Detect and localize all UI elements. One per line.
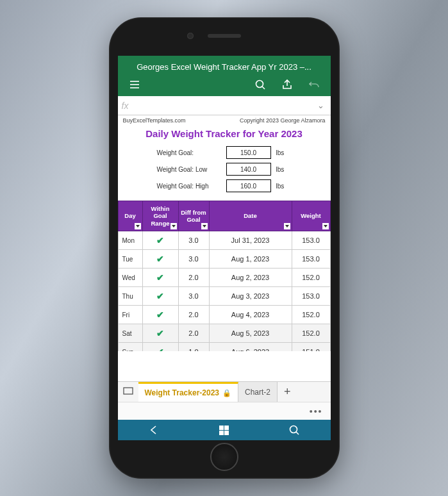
table-row[interactable]: Tue✔3.0Aug 1, 2023153.0 xyxy=(118,250,330,269)
table-row[interactable]: Wed✔2.0Aug 2, 2023152.0 xyxy=(118,269,330,287)
windows-icon[interactable] xyxy=(219,426,229,435)
table-row[interactable]: Sat✔2.0Aug 5, 2023152.0 xyxy=(118,324,330,343)
cell-weight[interactable]: 153.0 xyxy=(292,231,330,250)
svg-line-7 xyxy=(296,432,299,434)
expand-formula-icon[interactable]: ⌄ xyxy=(315,101,327,110)
goal-high-row: Weight Goal: High 160.0 lbs xyxy=(118,178,331,194)
cell-date[interactable]: Aug 2, 2023 xyxy=(209,269,292,287)
goal-low-value[interactable]: 140.0 xyxy=(226,163,271,176)
meta-row: BuyExcelTemplates.com Copyright 2023 Geo… xyxy=(118,115,331,126)
cell-date[interactable]: Aug 6, 2023 xyxy=(209,343,292,351)
cell-range[interactable]: ✔ xyxy=(142,269,178,287)
col-diff[interactable]: Diff from Goal xyxy=(178,201,209,231)
cell-weight[interactable]: 153.0 xyxy=(292,287,330,306)
filter-icon[interactable] xyxy=(284,223,290,229)
fx-label: fx xyxy=(122,101,137,111)
cell-weight[interactable]: 152.0 xyxy=(292,269,330,287)
tab-chart[interactable]: Chart-2 xyxy=(238,382,278,402)
formula-input[interactable] xyxy=(137,96,315,115)
cell-range[interactable]: ✔ xyxy=(142,250,178,269)
svg-rect-5 xyxy=(124,388,133,394)
new-sheet-button[interactable]: + xyxy=(278,385,297,399)
goal-value[interactable]: 150.0 xyxy=(226,146,271,159)
cell-day[interactable]: Sat xyxy=(118,324,142,343)
menu-icon[interactable] xyxy=(128,78,141,91)
col-date[interactable]: Date xyxy=(209,201,292,231)
cell-day[interactable]: Mon xyxy=(118,231,142,250)
cell-day[interactable]: Sun xyxy=(118,343,142,351)
svg-line-4 xyxy=(262,87,265,89)
table-row[interactable]: Sun✔1.0Aug 6, 2023151.0 xyxy=(118,343,330,351)
cell-range[interactable]: ✔ xyxy=(142,343,178,351)
tab-weight-tracker[interactable]: Weight Tracker-2023 🔒 xyxy=(138,382,239,402)
back-icon[interactable] xyxy=(147,424,160,436)
sheet-title: Daily Weight Tracker for Year 2023 xyxy=(118,126,331,144)
check-icon: ✔ xyxy=(156,235,164,245)
cell-diff[interactable]: 3.0 xyxy=(178,231,209,250)
cell-diff[interactable]: 3.0 xyxy=(178,287,209,306)
table-row[interactable]: Thu✔3.0Aug 3, 2023153.0 xyxy=(118,287,330,306)
cell-day[interactable]: Wed xyxy=(118,269,142,287)
goal-label: Weight Goal: xyxy=(157,149,221,156)
cell-diff[interactable]: 3.0 xyxy=(178,250,209,269)
cell-range[interactable]: ✔ xyxy=(142,306,178,324)
cell-day[interactable]: Thu xyxy=(118,287,142,306)
cell-day[interactable]: Tue xyxy=(118,250,142,269)
share-icon[interactable] xyxy=(281,78,294,91)
check-icon: ✔ xyxy=(156,347,164,351)
lock-icon: 🔒 xyxy=(222,389,231,397)
cell-date[interactable]: Aug 5, 2023 xyxy=(209,324,292,343)
cell-weight[interactable]: 153.0 xyxy=(292,250,330,269)
col-weight[interactable]: Weight xyxy=(292,201,330,231)
filter-icon[interactable] xyxy=(201,223,208,229)
check-icon: ✔ xyxy=(156,310,164,320)
filter-icon[interactable] xyxy=(135,223,141,229)
goal-high-value[interactable]: 160.0 xyxy=(226,179,271,192)
nav-search-icon[interactable] xyxy=(288,424,301,436)
more-icon[interactable]: ••• xyxy=(310,406,323,417)
worksheet[interactable]: BuyExcelTemplates.com Copyright 2023 Geo… xyxy=(118,115,331,351)
cell-diff[interactable]: 2.0 xyxy=(178,269,209,287)
goal-row: Weight Goal: 150.0 lbs xyxy=(118,144,331,161)
cell-weight[interactable]: 152.0 xyxy=(292,306,330,324)
table-row[interactable]: Fri✔2.0Aug 4, 2023152.0 xyxy=(118,306,330,324)
goal-low-label: Weight Goal: Low xyxy=(157,166,221,173)
cell-date[interactable]: Aug 3, 2023 xyxy=(209,287,292,306)
check-icon: ✔ xyxy=(156,328,164,338)
data-table: Day Within Goal Range Diff from Goal Dat… xyxy=(118,201,331,351)
cell-diff[interactable]: 1.0 xyxy=(178,343,209,351)
col-range[interactable]: Within Goal Range xyxy=(142,201,178,231)
svg-point-3 xyxy=(256,81,263,88)
col-day[interactable]: Day xyxy=(118,201,142,231)
filter-icon[interactable] xyxy=(322,223,329,229)
goal-unit: lbs xyxy=(276,149,292,156)
undo-icon[interactable] xyxy=(308,78,320,91)
formula-bar: fx ⌄ xyxy=(118,96,331,115)
copyright-label: Copyright 2023 George Alzamora xyxy=(240,117,326,124)
cell-diff[interactable]: 2.0 xyxy=(178,324,209,343)
cell-range[interactable]: ✔ xyxy=(142,231,178,250)
cell-date[interactable]: Jul 31, 2023 xyxy=(209,231,292,250)
tab-label: Chart-2 xyxy=(245,388,270,397)
cell-date[interactable]: Aug 4, 2023 xyxy=(209,306,292,324)
goal-low-row: Weight Goal: Low 140.0 lbs xyxy=(118,161,331,178)
cell-day[interactable]: Fri xyxy=(118,306,142,324)
cell-weight[interactable]: 152.0 xyxy=(292,324,330,343)
cell-diff[interactable]: 2.0 xyxy=(178,306,209,324)
search-icon[interactable] xyxy=(254,78,267,91)
check-icon: ✔ xyxy=(156,272,164,283)
cell-date[interactable]: Aug 1, 2023 xyxy=(209,250,292,269)
table-row[interactable]: Mon✔3.0Jul 31, 2023153.0 xyxy=(118,231,330,250)
home-button[interactable] xyxy=(210,443,238,471)
filter-icon[interactable] xyxy=(170,223,177,229)
cell-range[interactable]: ✔ xyxy=(142,287,178,306)
cell-range[interactable]: ✔ xyxy=(142,324,178,343)
phone-screen: Georges Excel Weight Tracker App Yr 2023… xyxy=(118,56,331,440)
toolbar xyxy=(124,77,324,96)
app-header: Georges Excel Weight Tracker App Yr 2023… xyxy=(118,56,331,96)
svg-point-6 xyxy=(290,426,297,433)
site-label: BuyExcelTemplates.com xyxy=(123,117,186,124)
cell-weight[interactable]: 151.0 xyxy=(292,343,330,351)
check-icon: ✔ xyxy=(156,254,164,264)
sheet-view-icon[interactable] xyxy=(118,387,138,397)
